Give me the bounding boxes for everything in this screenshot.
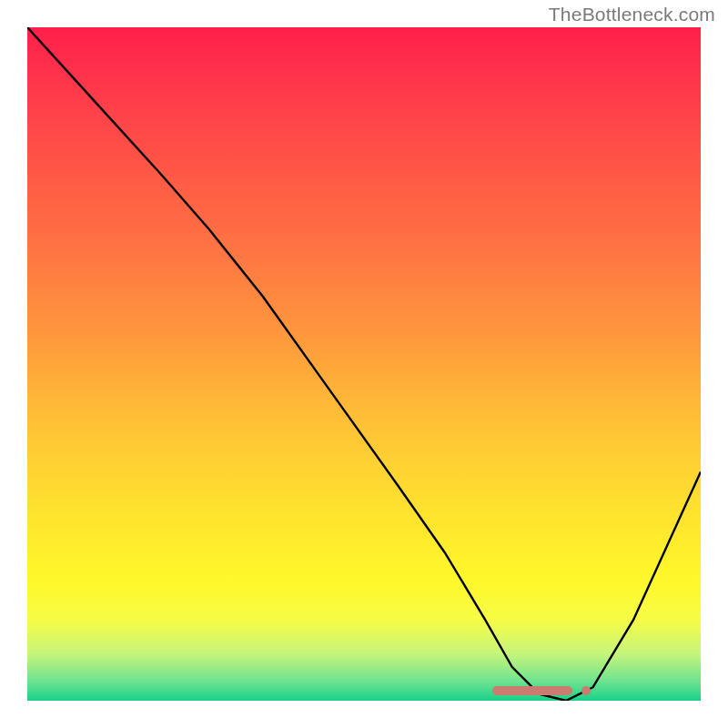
bottleneck-curve	[27, 27, 701, 701]
curve-path	[27, 27, 701, 701]
plot-area	[27, 27, 701, 701]
watermark-text: TheBottleneck.com	[549, 4, 715, 25]
chart-stage: TheBottleneck.com	[0, 0, 728, 728]
optimal-range-bar	[492, 686, 573, 695]
